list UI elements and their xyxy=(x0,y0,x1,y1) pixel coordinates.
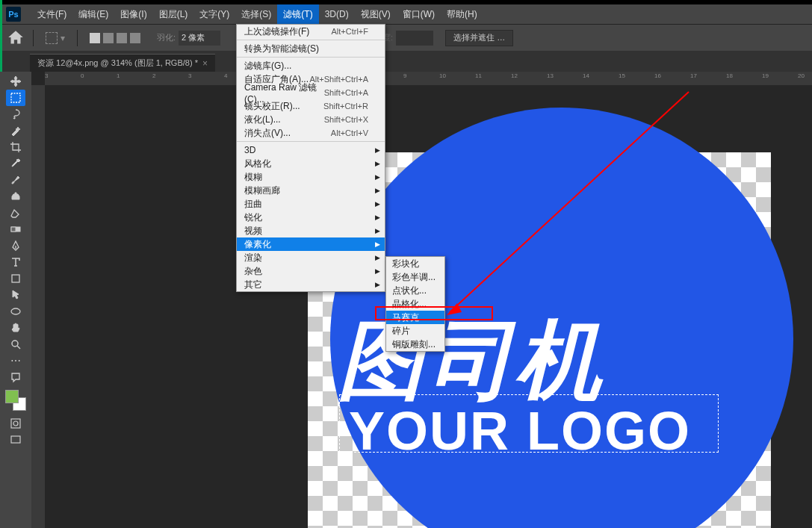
quick-mask-icon[interactable] xyxy=(6,415,25,432)
filter-item[interactable]: 扭曲▶ xyxy=(237,197,385,211)
filter-item[interactable]: 风格化▶ xyxy=(237,157,385,170)
pixelate-item[interactable]: 碎片 xyxy=(386,324,444,338)
filter-item[interactable]: 3D▶ xyxy=(237,143,385,157)
filter-item[interactable]: 模糊画廊▶ xyxy=(237,184,385,197)
filter-item[interactable]: 上次滤镜操作(F)Alt+Ctrl+F xyxy=(237,25,385,38)
filter-item[interactable]: 滤镜库(G)... xyxy=(237,59,385,72)
pixelate-item[interactable]: 马赛克... xyxy=(386,311,444,324)
menu-视图[interactable]: 视图(V) xyxy=(355,4,397,24)
crop-tool[interactable] xyxy=(6,139,25,155)
tool-panel: ⋯ xyxy=(0,72,31,528)
menu-滤镜[interactable]: 滤镜(T) xyxy=(277,4,318,24)
type-tool[interactable] xyxy=(6,254,25,270)
selection-intersect-icon[interactable] xyxy=(130,33,140,43)
eraser-tool[interactable] xyxy=(6,205,25,221)
fg-color-swatch[interactable] xyxy=(5,390,19,403)
filter-item[interactable]: 镜头校正(R)...Shift+Ctrl+R xyxy=(237,99,385,113)
pixelate-item[interactable]: 晶格化... xyxy=(386,297,444,311)
menu-图层[interactable]: 图层(L) xyxy=(153,4,194,24)
ruler-vertical xyxy=(31,85,45,528)
pixelate-item[interactable]: 铜版雕刻... xyxy=(386,338,444,351)
wand-tool[interactable] xyxy=(6,122,25,139)
filter-item[interactable]: 液化(L)...Shift+Ctrl+X xyxy=(237,113,385,126)
filter-item[interactable]: 视频▶ xyxy=(237,224,385,237)
menu-文字[interactable]: 文字(Y) xyxy=(193,4,235,24)
brush-tool[interactable] xyxy=(6,172,25,188)
svg-rect-6 xyxy=(11,419,20,428)
app-icon: Ps xyxy=(6,7,21,22)
menu-帮助[interactable]: 帮助(H) xyxy=(441,4,483,24)
marquee-selection xyxy=(339,394,719,453)
screen-mode-icon[interactable] xyxy=(6,432,25,448)
svg-rect-8 xyxy=(11,436,20,443)
feather-label: 羽化: xyxy=(157,32,176,43)
selection-subtract-icon[interactable] xyxy=(117,33,127,43)
svg-point-7 xyxy=(13,421,18,426)
menu-编辑[interactable]: 编辑(E) xyxy=(72,4,114,24)
shape-tool[interactable] xyxy=(6,270,25,287)
move-tool[interactable] xyxy=(6,73,25,90)
marquee-tool[interactable] xyxy=(6,90,25,106)
height-input xyxy=(396,31,433,46)
selection-add-icon[interactable] xyxy=(103,33,114,43)
svg-rect-3 xyxy=(12,275,19,282)
filter-item[interactable]: 渲染▶ xyxy=(237,251,385,264)
svg-rect-0 xyxy=(11,93,20,102)
menu-窗口[interactable]: 窗口(W) xyxy=(397,4,441,24)
svg-point-4 xyxy=(11,308,20,314)
pixelate-item[interactable]: 彩块化 xyxy=(386,257,444,270)
home-icon[interactable] xyxy=(6,28,25,48)
hand-tool[interactable] xyxy=(6,320,25,336)
edit-toolbar[interactable]: ⋯ xyxy=(6,352,25,369)
svg-rect-2 xyxy=(11,227,16,232)
clone-tool[interactable] xyxy=(6,188,25,205)
menu-3D[interactable]: 3D(D) xyxy=(319,4,355,24)
filter-item[interactable]: 杂色▶ xyxy=(237,264,385,278)
pixelate-item[interactable]: 彩色半调... xyxy=(386,270,444,284)
path-select-tool[interactable] xyxy=(6,287,25,303)
selection-new-icon[interactable] xyxy=(90,33,100,43)
menubar: Ps 文件(F)编辑(E)图像(I)图层(L)文字(Y)选择(S)滤镜(T)3D… xyxy=(0,4,812,24)
select-and-mask-button[interactable]: 选择并遮住 … xyxy=(445,30,513,46)
filter-item[interactable]: 像素化▶ xyxy=(237,237,385,251)
ellipse-tool[interactable] xyxy=(6,303,25,320)
pixelate-item[interactable]: 点状化... xyxy=(386,284,444,297)
pen-tool[interactable] xyxy=(6,237,25,254)
menu-图像[interactable]: 图像(I) xyxy=(114,4,152,24)
eyedropper-tool[interactable] xyxy=(6,155,25,172)
menu-文件[interactable]: 文件(F) xyxy=(31,4,72,24)
filter-item[interactable]: 模糊▶ xyxy=(237,170,385,184)
gradient-tool[interactable] xyxy=(6,221,25,237)
ruler-horizontal: 30123456789101112131415161718192021 xyxy=(45,72,812,85)
options-bar: ▾ 羽化: ⇄ 高度: 选择并遮住 … xyxy=(0,24,812,51)
marquee-icon[interactable] xyxy=(46,32,58,44)
filter-item[interactable]: Camera Raw 滤镜(C)...Shift+Ctrl+A xyxy=(237,86,385,99)
zoom-tool[interactable] xyxy=(6,336,25,352)
filter-menu-dropdown: 上次滤镜操作(F)Alt+Ctrl+F转换为智能滤镜(S)滤镜库(G)...自适… xyxy=(236,24,385,292)
filter-item[interactable]: 转换为智能滤镜(S) xyxy=(237,42,385,55)
feather-input[interactable] xyxy=(179,31,220,46)
document-tab[interactable]: 资源 12@4x.png @ 314% (图层 1, RGB/8) * × xyxy=(30,54,215,72)
pixelate-submenu: 彩块化彩色半调...点状化...晶格化...马赛克...碎片铜版雕刻... xyxy=(385,256,445,352)
notes-tool[interactable] xyxy=(6,369,25,385)
close-icon[interactable]: × xyxy=(202,58,208,69)
menu-选择[interactable]: 选择(S) xyxy=(235,4,277,24)
filter-item[interactable]: 其它▶ xyxy=(237,278,385,291)
tab-title: 资源 12@4x.png @ 314% (图层 1, RGB/8) * xyxy=(37,58,198,69)
document-tabs: 资源 12@4x.png @ 314% (图层 1, RGB/8) * × xyxy=(0,51,812,72)
filter-item[interactable]: 锐化▶ xyxy=(237,211,385,224)
color-swatches[interactable] xyxy=(5,390,26,411)
svg-point-5 xyxy=(12,341,18,347)
filter-item[interactable]: 消失点(V)...Alt+Ctrl+V xyxy=(237,126,385,140)
lasso-tool[interactable] xyxy=(6,106,25,122)
